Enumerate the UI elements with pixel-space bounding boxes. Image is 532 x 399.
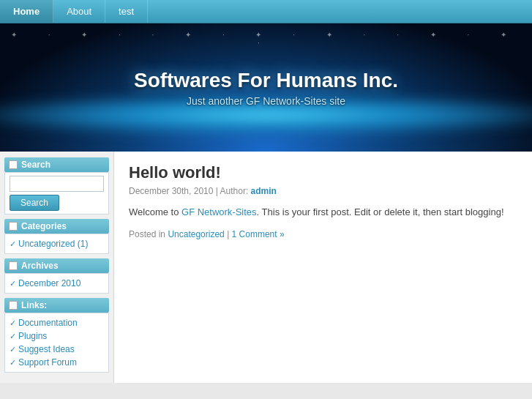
- post-title: Hello world!: [129, 163, 517, 182]
- categories-section: Categories ✓ Uncategorized (1): [4, 219, 109, 254]
- search-section: Search Search: [4, 157, 109, 215]
- link-plugins-label: Plugins: [18, 331, 47, 341]
- post-footer: Posted in Uncategorized | 1 Comment »: [129, 229, 517, 239]
- post-date: December 30th, 2010: [129, 186, 213, 196]
- archives-checkbox-icon: [9, 261, 18, 270]
- link-documentation[interactable]: ✓ Documentation: [10, 316, 104, 329]
- links-section: Links: ✓ Documentation ✓ Plugins ✓ Sugge…: [4, 298, 109, 373]
- categories-body: ✓ Uncategorized (1): [4, 234, 109, 254]
- blog-post: Hello world! December 30th, 2010 | Autho…: [129, 163, 517, 239]
- post-meta: December 30th, 2010 | Author: admin: [129, 186, 517, 196]
- post-author-link[interactable]: admin: [251, 186, 277, 196]
- archives-body: ✓ December 2010: [4, 273, 109, 294]
- search-input[interactable]: [10, 176, 104, 192]
- posted-in-label: Posted in: [129, 229, 165, 239]
- archive-december-2010-label: December 2010: [18, 278, 80, 288]
- site-header: Softwares For Humans Inc. Just another G…: [0, 23, 532, 152]
- link-support-forum-label: Support Forum: [18, 357, 77, 368]
- links-checkbox-icon: [9, 301, 18, 310]
- navigation-bar: Home About test: [0, 0, 532, 23]
- link-documentation-label: Documentation: [18, 318, 78, 328]
- category-uncategorized[interactable]: ✓ Uncategorized (1): [10, 237, 104, 250]
- checkmark-icon: ✓: [10, 332, 16, 341]
- checkmark-icon: ✓: [10, 358, 16, 368]
- links-header: Links:: [4, 298, 109, 313]
- link-suggest-ideas[interactable]: ✓ Suggest Ideas: [10, 343, 104, 356]
- link-support-forum[interactable]: ✓ Support Forum: [10, 356, 104, 369]
- checkmark-icon: ✓: [10, 318, 16, 328]
- nav-item-about[interactable]: About: [53, 0, 105, 23]
- search-label: Search: [21, 160, 50, 170]
- post-content: Welcome to GF Network-Sites. This is you…: [129, 205, 517, 220]
- link-plugins[interactable]: ✓ Plugins: [10, 329, 104, 343]
- site-subtitle: Just another GF Network-Sites site: [187, 95, 345, 107]
- archives-header: Archives: [4, 258, 109, 273]
- link-suggest-ideas-label: Suggest Ideas: [18, 344, 75, 354]
- main-layout: Search Search Categories ✓ Uncategorized…: [0, 152, 532, 383]
- post-content-suffix: . This is your first post. Edit or delet…: [257, 206, 504, 217]
- checkmark-icon: ✓: [10, 279, 16, 288]
- search-header: Search: [4, 157, 109, 172]
- links-body: ✓ Documentation ✓ Plugins ✓ Suggest Idea…: [4, 313, 109, 373]
- category-uncategorized-label: Uncategorized (1): [18, 239, 88, 249]
- nav-item-test[interactable]: test: [105, 0, 148, 23]
- search-button[interactable]: Search: [10, 195, 59, 211]
- checkmark-icon: ✓: [10, 345, 16, 354]
- archive-december-2010[interactable]: ✓ December 2010: [10, 277, 104, 290]
- checkmark-icon: ✓: [10, 239, 16, 249]
- sidebar: Search Search Categories ✓ Uncategorized…: [0, 152, 113, 383]
- post-category-link[interactable]: Uncategorized: [168, 229, 224, 239]
- search-body: Search: [4, 172, 109, 215]
- post-comment-link[interactable]: 1 Comment »: [232, 229, 285, 239]
- post-content-prefix: Welcome to: [129, 206, 181, 217]
- content-area: Hello world! December 30th, 2010 | Autho…: [113, 152, 532, 383]
- nav-item-home[interactable]: Home: [0, 0, 53, 23]
- site-title: Softwares For Humans Inc.: [134, 69, 398, 92]
- search-checkbox-icon: [9, 160, 18, 169]
- archives-label: Archives: [21, 261, 59, 271]
- links-label: Links:: [21, 300, 47, 310]
- categories-header: Categories: [4, 219, 109, 234]
- post-content-link[interactable]: GF Network-Sites: [181, 206, 257, 217]
- archives-section: Archives ✓ December 2010: [4, 258, 109, 294]
- post-author-label: Author:: [220, 186, 249, 196]
- categories-checkbox-icon: [9, 222, 18, 231]
- categories-label: Categories: [21, 221, 67, 231]
